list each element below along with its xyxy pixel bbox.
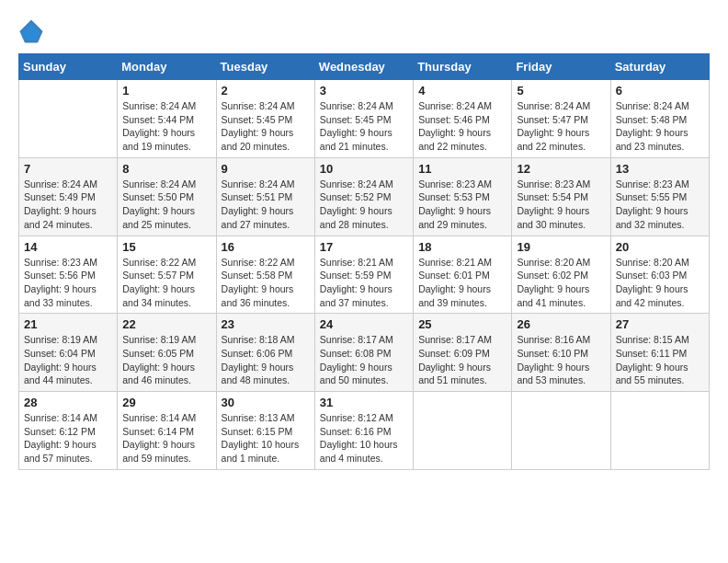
day-info: Sunrise: 8:21 AMSunset: 5:59 PMDaylight:… [320,256,408,310]
day-info: Sunrise: 8:17 AMSunset: 6:08 PMDaylight:… [320,333,408,387]
calendar-cell: 7Sunrise: 8:24 AMSunset: 5:49 PMDaylight… [19,157,118,236]
calendar-cell: 22Sunrise: 8:19 AMSunset: 6:05 PMDayligh… [118,314,216,392]
calendar-cell: 1Sunrise: 8:24 AMSunset: 5:44 PMDaylight… [118,80,216,158]
weekday-header-monday: Monday [118,54,216,80]
calendar-cell: 17Sunrise: 8:21 AMSunset: 5:59 PMDayligh… [314,236,413,314]
day-number: 26 [517,317,605,331]
day-number: 12 [517,162,605,176]
day-info: Sunrise: 8:20 AMSunset: 6:03 PMDaylight:… [616,256,704,310]
day-number: 7 [24,162,112,176]
day-number: 29 [122,396,210,409]
day-number: 24 [320,317,408,331]
day-info: Sunrise: 8:24 AMSunset: 5:45 PMDaylight:… [320,99,408,154]
calendar-week-row: 1Sunrise: 8:24 AMSunset: 5:44 PMDaylight… [19,80,710,158]
day-info: Sunrise: 8:20 AMSunset: 6:02 PMDaylight:… [517,256,605,310]
calendar-cell: 8Sunrise: 8:24 AMSunset: 5:50 PMDaylight… [118,157,216,236]
calendar-cell [19,80,118,158]
day-info: Sunrise: 8:23 AMSunset: 5:55 PMDaylight:… [616,178,704,232]
day-info: Sunrise: 8:16 AMSunset: 6:10 PMDaylight:… [517,333,605,387]
calendar-cell: 2Sunrise: 8:24 AMSunset: 5:45 PMDaylight… [216,80,314,158]
day-info: Sunrise: 8:22 AMSunset: 5:57 PMDaylight:… [122,256,210,310]
day-info: Sunrise: 8:24 AMSunset: 5:50 PMDaylight:… [122,178,210,232]
weekday-header-tuesday: Tuesday [216,54,314,80]
calendar-cell: 27Sunrise: 8:15 AMSunset: 6:11 PMDayligh… [610,314,709,392]
weekday-header-sunday: Sunday [19,54,118,80]
day-info: Sunrise: 8:24 AMSunset: 5:47 PMDaylight:… [517,99,605,154]
weekday-header-wednesday: Wednesday [314,54,413,80]
calendar-cell: 15Sunrise: 8:22 AMSunset: 5:57 PMDayligh… [118,236,216,314]
calendar-cell: 13Sunrise: 8:23 AMSunset: 5:55 PMDayligh… [610,157,709,236]
calendar-cell: 28Sunrise: 8:14 AMSunset: 6:12 PMDayligh… [19,392,118,470]
weekday-header-thursday: Thursday [414,54,512,80]
calendar-cell: 6Sunrise: 8:24 AMSunset: 5:48 PMDaylight… [610,80,709,158]
day-number: 30 [222,396,310,409]
day-info: Sunrise: 8:24 AMSunset: 5:51 PMDaylight:… [222,178,310,232]
day-number: 31 [320,396,408,409]
day-number: 16 [222,240,310,254]
calendar-cell: 9Sunrise: 8:24 AMSunset: 5:51 PMDaylight… [216,157,314,236]
day-info: Sunrise: 8:24 AMSunset: 5:44 PMDaylight:… [122,99,210,154]
calendar-cell: 4Sunrise: 8:24 AMSunset: 5:46 PMDaylight… [414,80,512,158]
calendar-week-row: 28Sunrise: 8:14 AMSunset: 6:12 PMDayligh… [19,392,710,470]
calendar-cell: 20Sunrise: 8:20 AMSunset: 6:03 PMDayligh… [610,236,709,314]
day-info: Sunrise: 8:24 AMSunset: 5:46 PMDaylight:… [418,99,506,154]
calendar-cell: 25Sunrise: 8:17 AMSunset: 6:09 PMDayligh… [414,314,512,392]
calendar-cell: 30Sunrise: 8:13 AMSunset: 6:15 PMDayligh… [216,392,314,470]
calendar-cell [610,392,709,470]
day-number: 17 [320,240,408,254]
day-number: 25 [418,317,506,331]
day-info: Sunrise: 8:21 AMSunset: 6:01 PMDaylight:… [418,256,506,310]
calendar-cell: 29Sunrise: 8:14 AMSunset: 6:14 PMDayligh… [118,392,216,470]
day-number: 22 [122,317,210,331]
calendar-body: 1Sunrise: 8:24 AMSunset: 5:44 PMDaylight… [19,80,710,470]
day-info: Sunrise: 8:12 AMSunset: 6:16 PMDaylight:… [320,411,408,465]
calendar-cell: 19Sunrise: 8:20 AMSunset: 6:02 PMDayligh… [512,236,610,314]
calendar-week-row: 21Sunrise: 8:19 AMSunset: 6:04 PMDayligh… [19,314,710,392]
calendar-cell: 5Sunrise: 8:24 AMSunset: 5:47 PMDaylight… [512,80,610,158]
calendar-cell: 31Sunrise: 8:12 AMSunset: 6:16 PMDayligh… [314,392,413,470]
day-number: 4 [418,84,506,98]
day-number: 11 [418,162,506,176]
day-info: Sunrise: 8:24 AMSunset: 5:49 PMDaylight:… [24,178,112,232]
day-number: 5 [517,84,605,98]
weekday-header-row: SundayMondayTuesdayWednesdayThursdayFrid… [19,54,710,80]
day-info: Sunrise: 8:23 AMSunset: 5:54 PMDaylight:… [517,178,605,232]
day-number: 20 [616,240,704,254]
day-number: 6 [616,84,704,98]
day-number: 8 [122,162,210,176]
calendar-cell: 11Sunrise: 8:23 AMSunset: 5:53 PMDayligh… [414,157,512,236]
day-number: 13 [616,162,704,176]
day-number: 27 [616,317,704,331]
day-info: Sunrise: 8:14 AMSunset: 6:12 PMDaylight:… [24,411,112,465]
day-number: 28 [24,396,112,409]
day-info: Sunrise: 8:22 AMSunset: 5:58 PMDaylight:… [222,256,310,310]
calendar-cell: 14Sunrise: 8:23 AMSunset: 5:56 PMDayligh… [19,236,118,314]
day-number: 15 [122,240,210,254]
day-number: 2 [222,84,310,98]
calendar-cell: 23Sunrise: 8:18 AMSunset: 6:06 PMDayligh… [216,314,314,392]
calendar-cell: 21Sunrise: 8:19 AMSunset: 6:04 PMDayligh… [19,314,118,392]
day-info: Sunrise: 8:15 AMSunset: 6:11 PMDaylight:… [616,333,704,387]
calendar-cell: 26Sunrise: 8:16 AMSunset: 6:10 PMDayligh… [512,314,610,392]
day-number: 21 [24,317,112,331]
calendar-cell: 3Sunrise: 8:24 AMSunset: 5:45 PMDaylight… [314,80,413,158]
logo [18,18,48,44]
day-info: Sunrise: 8:17 AMSunset: 6:09 PMDaylight:… [418,333,506,387]
day-info: Sunrise: 8:23 AMSunset: 5:56 PMDaylight:… [24,256,112,310]
day-info: Sunrise: 8:23 AMSunset: 5:53 PMDaylight:… [418,178,506,232]
weekday-header-friday: Friday [512,54,610,80]
day-number: 18 [418,240,506,254]
day-number: 9 [222,162,310,176]
calendar-week-row: 7Sunrise: 8:24 AMSunset: 5:49 PMDaylight… [19,157,710,236]
day-info: Sunrise: 8:24 AMSunset: 5:45 PMDaylight:… [222,99,310,154]
day-info: Sunrise: 8:18 AMSunset: 6:06 PMDaylight:… [222,333,310,387]
day-number: 14 [24,240,112,254]
day-info: Sunrise: 8:24 AMSunset: 5:52 PMDaylight:… [320,178,408,232]
calendar-table: SundayMondayTuesdayWednesdayThursdayFrid… [18,53,710,470]
calendar-cell: 16Sunrise: 8:22 AMSunset: 5:58 PMDayligh… [216,236,314,314]
day-number: 19 [517,240,605,254]
calendar-header: SundayMondayTuesdayWednesdayThursdayFrid… [19,54,710,80]
day-number: 10 [320,162,408,176]
day-info: Sunrise: 8:19 AMSunset: 6:04 PMDaylight:… [24,333,112,387]
day-info: Sunrise: 8:19 AMSunset: 6:05 PMDaylight:… [122,333,210,387]
